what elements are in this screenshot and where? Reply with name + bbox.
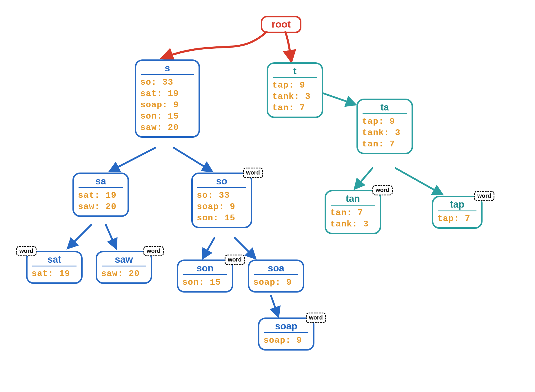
node-so-entries: so: 33soap: 9son: 15 (197, 190, 247, 224)
node-son-entries: son: 15 (182, 277, 228, 288)
word-badge-son: word (225, 255, 245, 265)
word-badge-saw: word (143, 246, 164, 256)
node-t: t tap: 9tank: 3tan: 7 (267, 62, 323, 118)
node-t-title: t (273, 66, 317, 78)
edge-s-so (174, 148, 212, 171)
entry-row: tan: 7 (362, 139, 407, 150)
node-tap-title: tap (438, 199, 476, 211)
node-sa-title: sa (79, 176, 123, 188)
entry-row: soap: 9 (263, 335, 309, 346)
entry-row: son: 15 (182, 277, 228, 288)
node-tan-title: tan (331, 193, 375, 206)
word-badge-sat: word (16, 246, 37, 256)
node-so: so so: 33soap: 9son: 15 (191, 173, 252, 228)
entry-row: tan: 7 (330, 207, 376, 219)
entry-row: soap: 9 (197, 201, 247, 213)
entry-row: sat: 19 (78, 190, 123, 201)
edge-s-sa (110, 148, 155, 171)
entry-row: so: 33 (140, 77, 194, 88)
entry-row: tap: 7 (437, 213, 477, 224)
entry-row: tap: 9 (272, 80, 318, 91)
node-sat-entries: sat: 19 (32, 268, 77, 280)
node-sat-title: sat (32, 254, 77, 266)
word-badge-so: word (243, 168, 263, 178)
node-soap-title: soap (264, 321, 308, 333)
word-badge-soap: word (306, 313, 326, 323)
node-soap: soap soap: 9 (258, 317, 314, 351)
entry-row: saw: 20 (78, 201, 123, 213)
entry-row: son: 15 (140, 111, 194, 122)
edge-root-t (285, 32, 291, 61)
edge-t-ta (322, 93, 355, 104)
node-tap: tap tap: 7 (432, 196, 483, 229)
node-so-title: so (197, 176, 246, 188)
node-tan-entries: tan: 7tank: 3 (330, 207, 376, 230)
node-soa: soa soap: 9 (248, 259, 304, 293)
entry-row: saw: 20 (101, 268, 147, 280)
node-saw-title: saw (102, 254, 146, 266)
word-badge-tap: word (474, 191, 494, 201)
trie-diagram: root s so: 33sat: 19soap: 9son: 15saw: 2… (0, 0, 535, 392)
entry-row: tank: 3 (362, 127, 407, 139)
entry-row: tap: 9 (362, 116, 407, 127)
node-son: son son: 15 (177, 259, 233, 293)
entry-row: soap: 9 (140, 99, 194, 111)
edge-soa-soap (271, 296, 278, 316)
entry-row: son: 15 (197, 213, 247, 224)
entry-row: tan: 7 (272, 102, 318, 114)
edge-so-son (203, 238, 214, 258)
edge-root-s (162, 32, 267, 58)
edge-ta-tan (355, 168, 372, 188)
entry-row: so: 33 (197, 190, 247, 201)
entry-row: sat: 19 (140, 88, 194, 99)
edge-sa-sat (68, 225, 91, 248)
node-s-title: s (141, 63, 194, 75)
node-s: s so: 33sat: 19soap: 9son: 15saw: 20 (135, 59, 200, 138)
node-root: root (261, 16, 301, 33)
node-saw: saw saw: 20 (96, 251, 152, 284)
node-son-title: son (183, 263, 227, 275)
node-tap-entries: tap: 7 (437, 213, 477, 224)
node-sa-entries: sat: 19saw: 20 (78, 190, 123, 213)
entry-row: soap: 9 (253, 277, 299, 288)
node-ta-title: ta (363, 102, 407, 114)
node-soa-title: soa (254, 263, 298, 275)
edge-sa-saw (106, 225, 116, 248)
node-s-entries: so: 33sat: 19soap: 9son: 15saw: 20 (140, 77, 194, 133)
node-soa-entries: soap: 9 (253, 277, 299, 288)
node-tan: tan tan: 7tank: 3 (325, 190, 381, 234)
node-ta-entries: tap: 9tank: 3tan: 7 (362, 116, 407, 150)
node-saw-entries: saw: 20 (101, 268, 147, 280)
node-soap-entries: soap: 9 (263, 335, 309, 346)
edge-ta-tap (396, 168, 442, 194)
node-sa: sa sat: 19saw: 20 (72, 173, 129, 217)
node-t-entries: tap: 9tank: 3tan: 7 (272, 80, 318, 114)
entry-row: tank: 3 (330, 219, 376, 230)
node-ta: ta tap: 9tank: 3tan: 7 (356, 99, 413, 154)
entry-row: saw: 20 (140, 122, 194, 133)
word-badge-tan: word (372, 185, 393, 195)
entry-row: tank: 3 (272, 91, 318, 102)
node-root-label: root (272, 19, 291, 30)
entry-row: sat: 19 (32, 268, 77, 280)
